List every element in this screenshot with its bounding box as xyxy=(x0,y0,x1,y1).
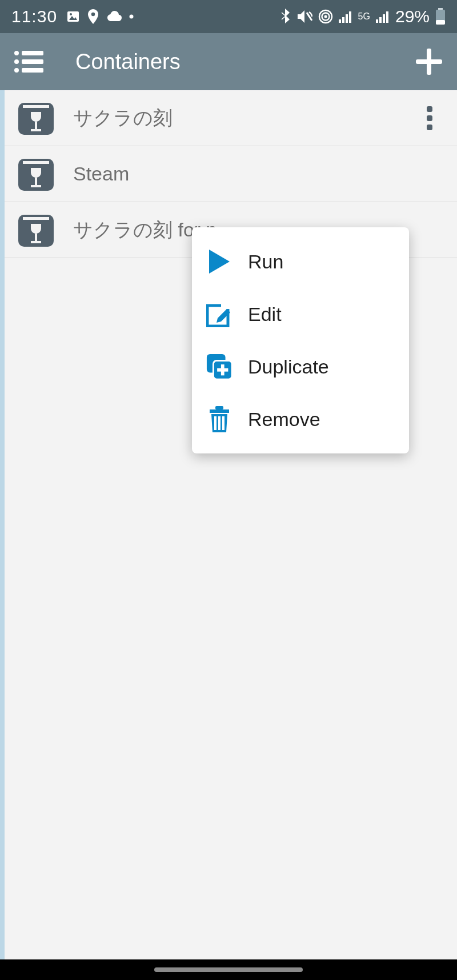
hotspot-icon xyxy=(318,9,333,24)
svg-point-8 xyxy=(324,15,327,18)
menu-run-label: Run xyxy=(248,251,283,273)
menu-duplicate-label: Duplicate xyxy=(248,356,329,378)
svg-rect-15 xyxy=(383,14,385,23)
network-5g-label: 5G xyxy=(358,12,370,21)
add-container-button[interactable] xyxy=(415,47,443,76)
svg-rect-12 xyxy=(349,11,351,23)
svg-rect-9 xyxy=(339,19,341,23)
svg-rect-29 xyxy=(23,105,49,108)
svg-rect-32 xyxy=(427,124,432,130)
svg-marker-37 xyxy=(209,250,230,274)
svg-rect-19 xyxy=(436,20,445,25)
container-name: サクラの刻 xyxy=(73,105,173,131)
gesture-pill[interactable] xyxy=(154,967,303,972)
signal-icon-1 xyxy=(339,10,352,23)
system-nav-bar xyxy=(0,959,457,980)
container-name: Steam xyxy=(73,163,129,185)
duplicate-icon xyxy=(206,353,233,380)
screen: 11:30 xyxy=(0,0,457,980)
menu-duplicate[interactable]: Duplicate xyxy=(192,340,409,393)
svg-rect-31 xyxy=(427,115,432,121)
svg-point-20 xyxy=(14,51,19,55)
content-area: サクラの刻 Steam xyxy=(0,90,457,959)
status-right: 5G 29% xyxy=(280,7,446,26)
app-bar: Containers xyxy=(0,33,457,90)
menu-run[interactable]: Run xyxy=(192,235,409,288)
svg-point-2 xyxy=(70,13,72,15)
svg-rect-47 xyxy=(218,416,221,430)
wine-container-icon xyxy=(17,99,55,137)
container-row[interactable]: サクラの刻 xyxy=(0,90,457,146)
dot-icon xyxy=(129,14,134,19)
svg-rect-43 xyxy=(217,368,228,372)
trash-icon xyxy=(206,405,233,433)
edit-icon xyxy=(206,300,233,328)
menu-remove-label: Remove xyxy=(248,408,320,431)
svg-rect-16 xyxy=(386,11,388,23)
status-clock: 11:30 xyxy=(11,7,57,26)
signal-icon-2 xyxy=(376,10,390,23)
svg-rect-13 xyxy=(376,19,378,23)
menu-edit[interactable]: Edit xyxy=(192,288,409,340)
page-title: Containers xyxy=(75,50,181,74)
svg-rect-36 xyxy=(23,217,49,220)
svg-rect-23 xyxy=(22,59,43,64)
svg-rect-17 xyxy=(438,8,443,10)
svg-rect-45 xyxy=(215,406,223,409)
svg-rect-39 xyxy=(221,302,232,309)
status-left: 11:30 xyxy=(11,7,134,26)
svg-rect-34 xyxy=(23,161,49,164)
svg-rect-0 xyxy=(67,11,79,22)
mute-icon xyxy=(296,9,312,24)
container-row[interactable]: Steam xyxy=(0,146,457,202)
svg-point-22 xyxy=(14,59,19,64)
svg-rect-11 xyxy=(346,14,348,23)
battery-icon xyxy=(435,8,446,25)
play-icon xyxy=(206,248,233,275)
battery-percent: 29% xyxy=(395,7,430,26)
wine-container-icon xyxy=(17,155,55,193)
svg-rect-25 xyxy=(22,68,43,73)
side-accent xyxy=(0,90,5,959)
svg-point-3 xyxy=(91,13,95,16)
wine-container-icon xyxy=(17,211,55,249)
context-menu: Run Edit xyxy=(192,227,409,453)
cloud-icon xyxy=(106,11,122,22)
menu-edit-label: Edit xyxy=(248,303,282,326)
gallery-icon xyxy=(66,10,80,23)
svg-rect-48 xyxy=(222,416,225,430)
status-bar: 11:30 xyxy=(0,0,457,33)
menu-button[interactable] xyxy=(14,50,43,74)
svg-rect-44 xyxy=(210,409,229,413)
svg-rect-46 xyxy=(214,416,217,430)
location-icon xyxy=(87,9,99,24)
svg-point-4 xyxy=(130,15,134,19)
container-more-button[interactable] xyxy=(412,106,447,130)
menu-remove[interactable]: Remove xyxy=(192,393,409,445)
svg-rect-30 xyxy=(427,106,432,112)
bluetooth-icon xyxy=(280,9,291,25)
svg-rect-21 xyxy=(22,51,43,55)
svg-point-24 xyxy=(14,68,19,73)
svg-rect-10 xyxy=(342,17,344,23)
svg-rect-14 xyxy=(379,17,382,23)
svg-rect-27 xyxy=(416,59,442,64)
